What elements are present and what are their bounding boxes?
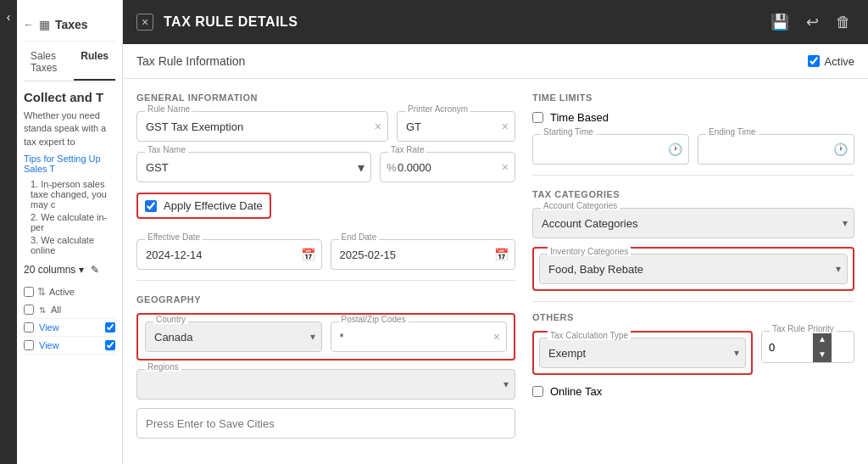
sidebar-link[interactable]: Tips for Setting Up Sales T [24,154,115,174]
time-range-row: Starting Time 🕐 Ending Time 🕐 [532,134,854,165]
tab-sales-taxes[interactable]: Sales Taxes [24,45,74,81]
taxes-icon: ▦ [39,18,50,31]
apply-effective-date-checkbox[interactable] [145,200,157,212]
tax-rate-input[interactable] [380,152,515,182]
filter-icon[interactable]: ⇅ [37,286,46,298]
tax-calc-type-select[interactable]: Exempt [539,338,746,368]
ending-time-group: Ending Time 🕐 [698,134,854,165]
columns-selector[interactable]: 20 columns ▾ ✎ [24,264,115,276]
columns-label: 20 columns [24,264,75,276]
sidebar-section-title: Collect and T [24,81,115,109]
section-header: Tax Rule Information Active [123,44,868,79]
row-checkbox[interactable] [24,305,34,315]
sidebar-collapse-btn[interactable]: ‹ [0,0,17,464]
clear-icon[interactable]: × [375,120,381,133]
table-header: ⇅ Active [24,282,115,301]
sidebar-list: 1. In-person sales taxe changed, you may… [31,179,115,255]
geography-title: Geography [136,294,515,305]
delete-button[interactable]: 🗑 [832,9,854,35]
printer-acronym-label: Printer Acronym [405,104,470,114]
view-link[interactable]: View [39,322,59,333]
country-label: Country [153,315,188,324]
calendar-icon[interactable]: 📅 [494,248,509,261]
row-checkbox[interactable] [24,340,34,350]
printer-acronym-input[interactable] [397,111,515,142]
cities-group [136,408,515,439]
dialog-title: TAX RULE DETAILS [164,14,757,30]
end-date-input[interactable] [331,239,516,270]
tax-name-label: Tax Name [145,145,188,154]
arrow-left-icon: ← [24,19,34,31]
inventory-categories-highlight: Inventory Categories Food, Baby Rebate ▾ [532,247,854,291]
clear-icon[interactable]: × [493,330,500,344]
row-active-checkbox[interactable] [105,340,115,350]
tax-name-input[interactable] [136,152,371,182]
others-row: Tax Calculation Type Exempt ▾ Tax Rule P… [532,331,854,375]
online-tax-checkbox[interactable] [532,386,543,397]
cities-input[interactable] [136,408,515,439]
postal-zip-label: Postal/Zip Codes [339,315,409,324]
time-limits-title: Time Limits [532,92,854,103]
dates-row: Effective Date 📅 End Date 📅 [136,239,515,270]
inventory-categories-select[interactable]: Food, Baby Rebate [539,254,848,284]
form-container: Tax Rule Information Active General Info… [123,44,868,464]
country-postal-row: Country Canada ▾ Postal/Zip Codes [145,321,507,352]
view-link[interactable]: View [39,340,59,350]
tab-rules[interactable]: Rules [74,45,115,81]
form-right: Time Limits Time Based Starting Time 🕐 [532,92,854,439]
others-section: Others Tax Calculation Type Exempt ▾ [532,312,854,398]
sidebar: ‹ ← ▦ Taxes Sales Taxes Rules Collect an… [0,0,123,464]
close-button[interactable]: × [136,14,153,31]
undo-button[interactable]: ↩ [803,9,822,35]
priority-down-button[interactable]: ▼ [813,347,832,362]
regions-select[interactable] [136,369,515,400]
select-all-checkbox[interactable] [24,287,34,297]
time-based-checkbox[interactable] [532,112,543,123]
active-header: Active [49,287,75,297]
account-categories-select[interactable]: Account Categories [532,208,854,238]
tax-calc-highlight: Tax Calculation Type Exempt ▾ [532,331,753,375]
rule-name-input[interactable] [136,111,388,142]
edit-icon[interactable]: ✎ [91,264,99,276]
postal-zip-input[interactable] [331,321,508,352]
main-panel: × TAX RULE DETAILS 💾 ↩ 🗑 Tax Rule Inform… [123,0,868,464]
row-checkbox[interactable] [24,322,34,333]
country-select[interactable]: Canada [145,321,322,352]
back-button[interactable]: ← [24,15,34,34]
clock-icon[interactable]: 🕐 [668,143,682,156]
priority-input[interactable] [762,332,813,362]
active-checkbox-label[interactable]: Active [808,55,854,68]
account-categories-group: Account Categories Account Categories ▾ [532,208,854,238]
inventory-categories-label: Inventory Categories [548,247,631,256]
effective-date-input[interactable] [136,239,322,270]
time-based-label: Time Based [550,111,609,124]
clear-icon[interactable]: × [502,160,509,174]
online-tax-row: Online Tax [532,385,854,398]
close-icon: × [142,15,148,29]
priority-up-button[interactable]: ▲ [813,332,832,347]
dialog-header: × TAX RULE DETAILS 💾 ↩ 🗑 [123,0,868,44]
rule-name-row: Rule Name × Printer Acronym × [136,111,515,142]
all-label: All [51,305,61,315]
divider [532,175,854,176]
account-categories-label: Account Categories [541,201,620,210]
active-checkbox[interactable] [808,55,820,67]
starting-time-input[interactable] [532,134,689,165]
end-date-label: End Date [339,232,380,242]
apply-effective-date-label[interactable]: Apply Effective Date [136,193,271,219]
regions-group: Regions ▾ [136,369,515,400]
active-label: Active [825,55,854,68]
table-row: View [24,337,115,355]
ending-time-input[interactable] [698,134,854,165]
tax-categories-title: Tax Categories [532,189,854,199]
dropdown-arrow-icon[interactable]: ▾ [358,159,364,176]
calendar-icon[interactable]: 📅 [301,248,315,261]
priority-wrapper: ▲ ▼ [761,331,854,363]
clock-icon[interactable]: 🕐 [833,143,848,156]
save-button[interactable]: 💾 [767,9,793,35]
country-group: Country Canada ▾ [145,321,322,352]
row-active-checkbox[interactable] [105,322,115,333]
divider [532,301,854,302]
tax-rule-priority-label: Tax Rule Priority [770,324,837,333]
clear-icon[interactable]: × [502,120,509,133]
